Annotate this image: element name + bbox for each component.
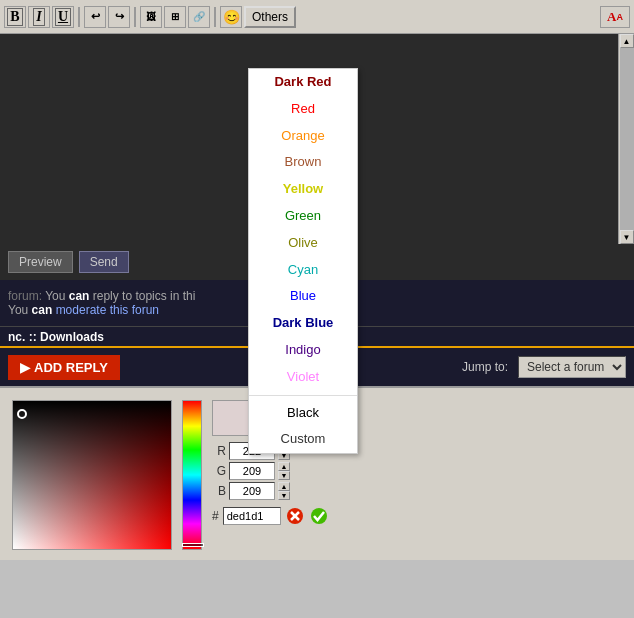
color-item-black[interactable]: Black: [249, 400, 357, 427]
toolbar-separator-3: [214, 7, 216, 27]
color-item-red[interactable]: Red: [249, 96, 357, 123]
cancel-color-button[interactable]: [285, 506, 305, 526]
b-spinner: ▲ ▼: [278, 482, 290, 500]
b-input[interactable]: [229, 482, 275, 500]
italic-label: I: [33, 8, 44, 26]
color-item-orange[interactable]: Orange: [249, 123, 357, 150]
editor-container: ▲ ▼ Dark Red Red Orange Brown Yellow Gre…: [0, 34, 634, 244]
redo-button[interactable]: ↪: [108, 6, 130, 28]
confirm-icon: [310, 507, 328, 525]
color-item-yellow[interactable]: Yellow: [249, 176, 357, 203]
toolbar-separator-2: [134, 7, 136, 27]
scroll-up-button[interactable]: ▲: [620, 34, 634, 48]
color-dropdown: Dark Red Red Orange Brown Yellow Green O…: [248, 68, 358, 454]
color-item-custom[interactable]: Custom: [249, 426, 357, 453]
undo-button[interactable]: ↩: [84, 6, 106, 28]
hex-input[interactable]: [223, 507, 281, 525]
rgb-inputs: R ▲ ▼ G ▲ ▼ B ▲: [212, 442, 329, 526]
preview-button[interactable]: Preview: [8, 251, 73, 273]
g-label: G: [212, 464, 226, 478]
confirm-color-button[interactable]: [309, 506, 329, 526]
color-gradient-canvas[interactable]: [12, 400, 172, 550]
bold-button[interactable]: B: [4, 6, 26, 28]
add-reply-button[interactable]: ▶ ADD REPLY: [8, 355, 120, 380]
others-button[interactable]: Others: [244, 6, 296, 28]
underline-label: U: [55, 8, 71, 26]
hue-handle[interactable]: [182, 543, 204, 547]
italic-button[interactable]: I: [28, 6, 50, 28]
image-button[interactable]: 🖼: [140, 6, 162, 28]
b-label: B: [212, 484, 226, 498]
editor-toolbar: B I U ↩ ↪ 🖼 ⊞ 🔗 😊 Others AA: [0, 0, 634, 34]
table-button[interactable]: ⊞: [164, 6, 186, 28]
add-reply-arrow: ▶: [20, 360, 30, 375]
color-item-green[interactable]: Green: [249, 203, 357, 230]
color-item-brown[interactable]: Brown: [249, 149, 357, 176]
send-button[interactable]: Send: [79, 251, 129, 273]
hash-label: #: [212, 509, 219, 523]
color-item-olive[interactable]: Olive: [249, 230, 357, 257]
color-item-dark-red[interactable]: Dark Red: [249, 69, 357, 96]
scroll-track: [620, 48, 634, 230]
b-spin-down[interactable]: ▼: [278, 491, 290, 500]
hex-row: #: [212, 506, 329, 526]
smiley-button[interactable]: 😊: [220, 6, 242, 28]
scroll-down-button[interactable]: ▼: [620, 230, 634, 244]
b-row: B ▲ ▼: [212, 482, 329, 500]
picker-handle[interactable]: [17, 409, 27, 419]
g-row: G ▲ ▼: [212, 462, 329, 480]
moderate-link[interactable]: moderate this forun: [56, 303, 159, 317]
cancel-icon: [286, 507, 304, 525]
color-dropdown-divider: [249, 395, 357, 396]
hue-slider[interactable]: [182, 400, 202, 550]
g-input[interactable]: [229, 462, 275, 480]
color-item-dark-blue[interactable]: Dark Blue: [249, 310, 357, 337]
editor-scrollbar[interactable]: ▲ ▼: [618, 34, 634, 244]
g-spinner: ▲ ▼: [278, 462, 290, 480]
toolbar-separator-1: [78, 7, 80, 27]
g-spin-up[interactable]: ▲: [278, 462, 290, 471]
link-button[interactable]: 🔗: [188, 6, 210, 28]
font-size-button[interactable]: AA: [600, 6, 630, 28]
g-spin-down[interactable]: ▼: [278, 471, 290, 480]
r-label: R: [212, 444, 226, 458]
add-reply-label: ADD REPLY: [34, 360, 108, 375]
color-item-blue[interactable]: Blue: [249, 283, 357, 310]
b-spin-up[interactable]: ▲: [278, 482, 290, 491]
color-item-cyan[interactable]: Cyan: [249, 257, 357, 284]
jump-to-label: Jump to:: [462, 360, 508, 374]
forum-select[interactable]: Select a forum: [518, 356, 626, 378]
gradient-inner: [13, 401, 171, 549]
svg-point-3: [311, 508, 327, 524]
color-item-indigo[interactable]: Indigo: [249, 337, 357, 364]
bold-label: B: [7, 8, 22, 26]
color-item-violet[interactable]: Violet: [249, 364, 357, 391]
nav-text: nc. :: Downloads: [8, 330, 104, 344]
underline-button[interactable]: U: [52, 6, 74, 28]
